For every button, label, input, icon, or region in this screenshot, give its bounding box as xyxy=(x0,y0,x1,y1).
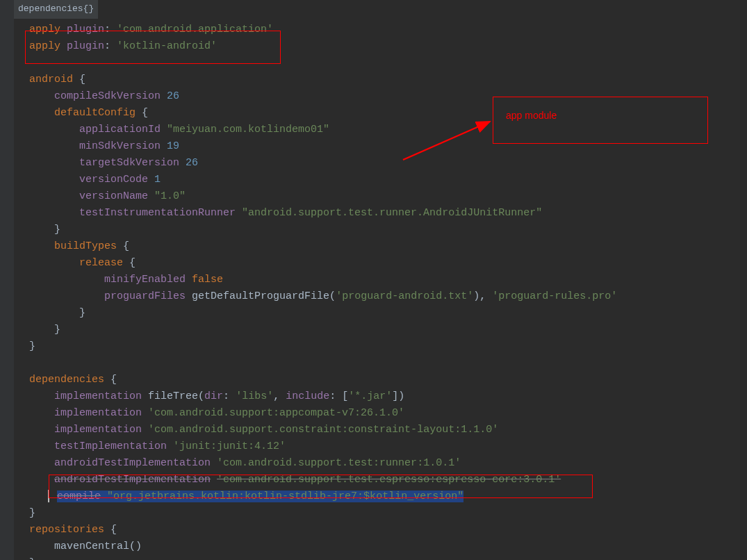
code-line[interactable]: implementation 'com.android.support.cons… xyxy=(14,422,747,438)
annotation-app-module: app module xyxy=(493,97,708,144)
colon: : xyxy=(223,390,229,402)
code-line[interactable]: } xyxy=(14,555,747,560)
property: androidTestImplementation xyxy=(54,457,211,469)
brace: } xyxy=(54,224,60,236)
property-deprecated: androidTestImplementation xyxy=(54,474,211,486)
number: 1 xyxy=(154,174,161,186)
colon: : xyxy=(329,390,336,402)
code-line[interactable]: testInstrumentationRunner "android.suppo… xyxy=(14,205,747,222)
property: testImplementation xyxy=(54,440,167,452)
string: 'com.android.support.test:runner:1.0.1' xyxy=(217,457,461,469)
property: minifyEnabled xyxy=(104,274,186,286)
brace: { xyxy=(136,107,148,119)
code-line[interactable]: release { xyxy=(14,255,747,272)
keyword: repositories xyxy=(29,524,104,536)
colon: : xyxy=(104,24,110,35)
colon: : xyxy=(104,40,110,52)
property: testInstrumentationRunner xyxy=(79,207,236,219)
code-line[interactable]: implementation fileTree(dir: 'libs', inc… xyxy=(14,388,747,405)
string: "android.support.test.runner.AndroidJUni… xyxy=(242,207,542,219)
brace: { xyxy=(123,257,136,269)
brace: { xyxy=(117,240,129,252)
brace: { xyxy=(104,524,117,536)
keyword: defaultConfig xyxy=(54,107,136,119)
code-line[interactable]: buildTypes { xyxy=(14,238,747,255)
keyword: release xyxy=(79,257,123,269)
brace: } xyxy=(79,307,85,319)
property: versionCode xyxy=(79,174,148,186)
annotation-label: app module xyxy=(506,110,557,121)
code-line[interactable]: minifyEnabled false xyxy=(14,272,747,288)
string-deprecated: 'com.android.support.test.espresso:espre… xyxy=(217,474,561,486)
code-line[interactable]: mavenCentral() xyxy=(14,538,747,555)
string: '*.jar' xyxy=(348,390,392,402)
string: 'libs' xyxy=(236,390,273,402)
text-caret xyxy=(48,490,49,502)
method-call: getDefaultProguardFile( xyxy=(192,290,336,302)
method-call: mavenCentral() xyxy=(54,541,142,552)
code-line[interactable]: android { xyxy=(14,72,747,88)
code-line[interactable] xyxy=(14,355,747,372)
string: "meiyuan.com.kotlindemo01" xyxy=(167,124,329,135)
property: implementation xyxy=(54,407,142,419)
bracket: ]) xyxy=(392,390,404,402)
property: implementation xyxy=(54,390,142,402)
code-line[interactable]: repositories { xyxy=(14,522,747,538)
string: "1.0" xyxy=(154,190,186,202)
breadcrumb[interactable]: dependencies{} xyxy=(14,0,98,19)
string: 'com.android.application' xyxy=(117,24,273,35)
code-line-selected[interactable]: compile "org.jetbrains.kotlin:kotlin-std… xyxy=(14,488,747,505)
keyword: android xyxy=(29,74,73,85)
property: minSdkVersion xyxy=(79,140,161,152)
code-line[interactable]: proguardFiles getDefaultProguardFile('pr… xyxy=(14,288,747,305)
brace: } xyxy=(29,507,35,519)
code-line[interactable]: versionName "1.0" xyxy=(14,188,747,205)
string: 'proguard-android.txt' xyxy=(336,290,473,302)
property: plugin xyxy=(67,40,104,52)
code-line[interactable]: } xyxy=(14,305,747,322)
code-line[interactable]: } xyxy=(14,505,747,522)
code-line[interactable]: } xyxy=(14,222,747,238)
brace: { xyxy=(73,74,85,85)
string: 'proguard-rules.pro' xyxy=(492,290,617,302)
method-call: fileTree( xyxy=(148,390,204,402)
string: 'junit:junit:4.12' xyxy=(173,440,286,452)
comma: , xyxy=(273,390,279,402)
code-line[interactable]: } xyxy=(14,338,747,355)
string: 'com.android.support:appcompat-v7:26.1.0… xyxy=(148,407,404,419)
keyword: buildTypes xyxy=(54,240,117,252)
property: targetSdkVersion xyxy=(79,157,179,169)
code-line[interactable] xyxy=(14,55,747,72)
code-line[interactable]: } xyxy=(14,322,747,338)
code-line[interactable]: implementation 'com.android.support:appc… xyxy=(14,405,747,422)
string: 'com.android.support.constraint:constrai… xyxy=(148,424,498,436)
brace: { xyxy=(104,374,117,386)
param: dir xyxy=(204,390,223,402)
property: applicationId xyxy=(79,124,161,135)
code-line[interactable]: testImplementation 'junit:junit:4.12' xyxy=(14,438,747,455)
property: implementation xyxy=(54,424,142,436)
boolean: false xyxy=(192,274,223,286)
code-line[interactable]: versionCode 1 xyxy=(14,172,747,188)
brace: } xyxy=(29,557,35,560)
number: 19 xyxy=(167,140,179,152)
keyword: dependencies xyxy=(29,374,104,386)
code-line[interactable]: dependencies { xyxy=(14,372,747,388)
code-line[interactable]: androidTestImplementation 'com.android.s… xyxy=(14,455,747,472)
property: compileSdkVersion xyxy=(54,90,161,102)
code-line[interactable]: apply plugin: 'kotlin-android' xyxy=(14,38,747,55)
property-deprecated: compile xyxy=(57,491,101,502)
code-line[interactable]: apply plugin: 'com.android.application' xyxy=(14,22,747,38)
bracket: [ xyxy=(342,390,348,402)
property: proguardFiles xyxy=(104,290,186,302)
number: 26 xyxy=(167,90,179,102)
string: 'kotlin-android' xyxy=(117,40,217,52)
keyword: apply xyxy=(29,40,60,52)
string: "org.jetbrains.kotlin:kotlin-stdlib-jre7… xyxy=(107,491,463,502)
code-line[interactable]: androidTestImplementation 'com.android.s… xyxy=(14,472,747,488)
param: include xyxy=(286,390,329,402)
code-line[interactable]: targetSdkVersion 26 xyxy=(14,155,747,172)
property: plugin xyxy=(67,24,104,35)
number: 26 xyxy=(186,157,198,169)
keyword: apply xyxy=(29,24,60,35)
